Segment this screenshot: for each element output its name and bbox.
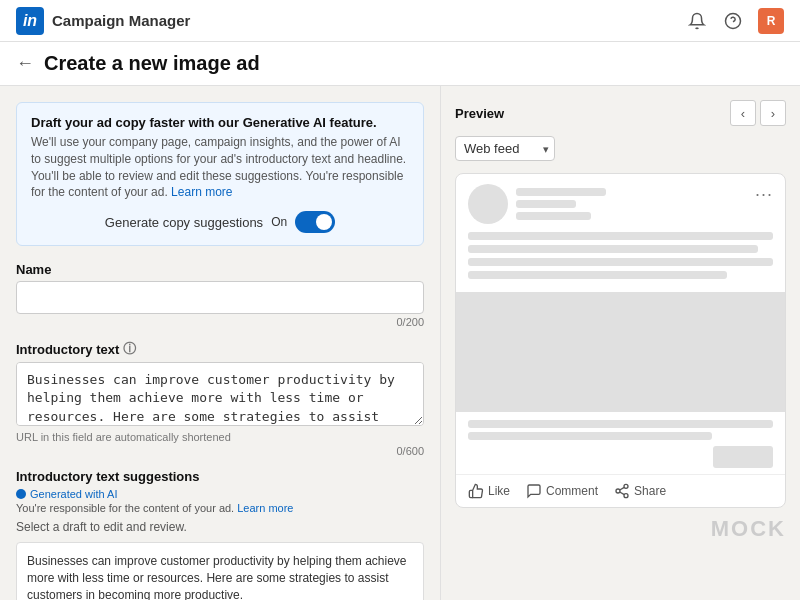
ad-image-placeholder xyxy=(456,292,785,412)
ai-banner-learn-more[interactable]: Learn more xyxy=(171,185,232,199)
back-button[interactable]: ← xyxy=(16,53,34,74)
ai-generated-badge: Generated with AI xyxy=(16,488,424,500)
profile-line-3 xyxy=(516,212,591,220)
comment-label: Comment xyxy=(546,484,598,498)
introductory-char-count: 0/600 xyxy=(16,445,424,457)
ad-body xyxy=(456,224,785,292)
body-line-4 xyxy=(468,271,727,279)
ai-banner-description: We'll use your company page, campaign in… xyxy=(31,134,409,201)
name-label: Name xyxy=(16,262,424,277)
right-panel: Preview ‹ › Web feed Mobile feed Right r… xyxy=(440,86,800,600)
share-label: Share xyxy=(634,484,666,498)
ad-more-options[interactable]: ··· xyxy=(755,184,773,205)
ad-profile-lines xyxy=(516,188,606,220)
profile-line-1 xyxy=(516,188,606,196)
ad-footer-info xyxy=(456,412,785,474)
comment-button[interactable]: Comment xyxy=(526,483,598,499)
preview-next-button[interactable]: › xyxy=(760,100,786,126)
footer-line-1 xyxy=(468,420,773,428)
left-panel: Draft your ad copy faster with our Gener… xyxy=(0,86,440,600)
responsibility-text: You're responsible for the content of yo… xyxy=(16,502,424,514)
ad-preview-card: ··· xyxy=(455,173,786,508)
app-title: Campaign Manager xyxy=(52,12,190,29)
top-nav: in Campaign Manager R xyxy=(0,0,800,42)
introductory-label: Introductory text ⓘ xyxy=(16,340,424,358)
toggle-label: Generate copy suggestions xyxy=(105,215,263,230)
suggestions-section: Introductory text suggestions Generated … xyxy=(16,469,424,600)
footer-cta-button xyxy=(713,446,773,468)
profile-icon[interactable]: R xyxy=(758,8,784,34)
preview-header: Preview ‹ › xyxy=(455,100,786,126)
ai-toggle-row: Generate copy suggestions On xyxy=(31,211,409,233)
suggestion-card-1[interactable]: Businesses can improve customer producti… xyxy=(16,542,424,600)
ad-avatar xyxy=(468,184,508,224)
ai-banner: Draft your ad copy faster with our Gener… xyxy=(16,102,424,246)
nav-left: in Campaign Manager xyxy=(16,7,190,35)
ad-card-profile xyxy=(468,184,606,224)
help-icon[interactable] xyxy=(722,10,744,32)
toggle-state: On xyxy=(271,215,287,229)
url-note: URL in this field are automatically shor… xyxy=(16,431,424,443)
name-input[interactable] xyxy=(16,281,424,314)
suggestions-learn-more[interactable]: Learn more xyxy=(237,502,293,514)
ad-card-header: ··· xyxy=(456,174,785,224)
body-line-2 xyxy=(468,245,758,253)
bell-icon[interactable] xyxy=(686,10,708,32)
name-char-count: 0/200 xyxy=(16,316,424,328)
svg-line-6 xyxy=(620,487,625,490)
body-line-1 xyxy=(468,232,773,240)
page-header: ← Create a new image ad xyxy=(0,42,800,86)
svg-point-2 xyxy=(624,484,628,488)
preview-format-select-wrap[interactable]: Web feed Mobile feed Right rail xyxy=(455,136,555,161)
introductory-textarea[interactable] xyxy=(16,362,424,426)
ad-actions: Like Comment Share xyxy=(456,474,785,507)
linkedin-logo: in xyxy=(16,7,44,35)
profile-initials: R xyxy=(767,14,776,28)
preview-nav: ‹ › xyxy=(730,100,786,126)
svg-line-5 xyxy=(620,492,625,495)
like-button[interactable]: Like xyxy=(468,483,510,499)
svg-point-3 xyxy=(616,489,620,493)
footer-line-2 xyxy=(468,432,712,440)
mock-watermark: MOCK xyxy=(455,516,786,542)
svg-point-4 xyxy=(624,494,628,498)
preview-format-select[interactable]: Web feed Mobile feed Right rail xyxy=(455,136,555,161)
profile-line-2 xyxy=(516,200,576,208)
introductory-help-icon[interactable]: ⓘ xyxy=(123,340,136,358)
ai-banner-title: Draft your ad copy faster with our Gener… xyxy=(31,115,409,130)
suggestions-title: Introductory text suggestions xyxy=(16,469,424,484)
nav-icons: R xyxy=(686,8,784,34)
name-field-group: Name 0/200 xyxy=(16,262,424,328)
ai-dot-icon xyxy=(16,489,26,499)
preview-label: Preview xyxy=(455,106,504,121)
preview-prev-button[interactable]: ‹ xyxy=(730,100,756,126)
main-content: Draft your ad copy faster with our Gener… xyxy=(0,86,800,600)
generate-copy-toggle[interactable] xyxy=(295,211,335,233)
introductory-field-group: Introductory text ⓘ URL in this field ar… xyxy=(16,340,424,457)
select-draft-label: Select a draft to edit and review. xyxy=(16,520,424,534)
page-title: Create a new image ad xyxy=(44,52,260,75)
body-line-3 xyxy=(468,258,773,266)
like-label: Like xyxy=(488,484,510,498)
share-button[interactable]: Share xyxy=(614,483,666,499)
